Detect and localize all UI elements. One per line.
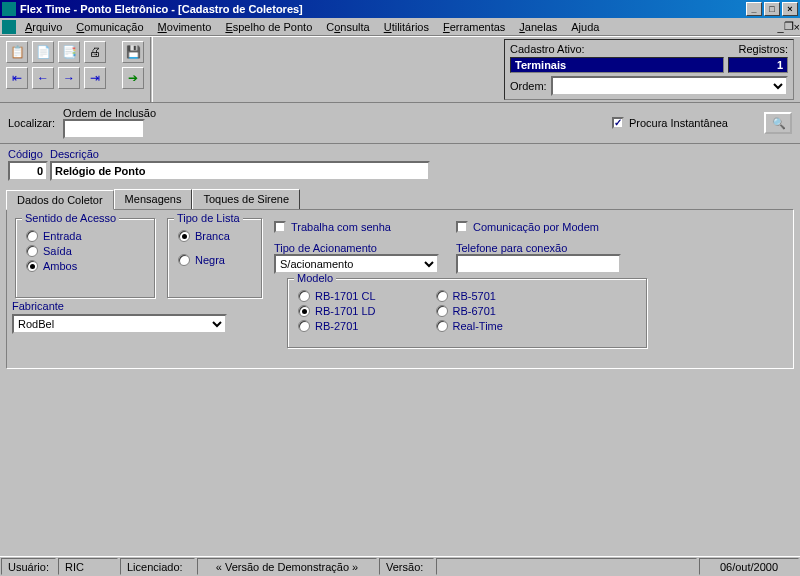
- registros-label: Registros:: [738, 43, 788, 55]
- mdi-restore-button[interactable]: ❐: [784, 20, 794, 33]
- codigo-row: Código Descrição: [0, 144, 800, 185]
- menubar: Arquivo Comunicação Movimento Espelho de…: [0, 18, 800, 36]
- procura-checkbox[interactable]: [612, 117, 624, 129]
- tab-dados-coletor[interactable]: Dados do Coletor: [6, 190, 114, 210]
- codigo-label: Código: [8, 148, 48, 160]
- fabricante-label: Fabricante: [12, 300, 227, 312]
- tipo-acionamento-label: Tipo de Acionamento: [274, 242, 444, 254]
- menu-arquivo[interactable]: Arquivo: [18, 19, 69, 35]
- status-licenciado-label: Licenciado:: [120, 558, 195, 575]
- check-modem[interactable]: Comunicação por Modem: [456, 221, 626, 233]
- tb-exit-icon[interactable]: ➔: [122, 67, 144, 89]
- app-icon: [2, 2, 16, 16]
- tb-last-icon[interactable]: ⇥: [84, 67, 106, 89]
- status-data: 06/out/2000: [699, 558, 799, 575]
- ordem-inclusao-label: Ordem de Inclusão: [63, 107, 156, 119]
- titlebar: Flex Time - Ponto Eletrônico - [Cadastro…: [0, 0, 800, 18]
- cadastro-ativo-label: Cadastro Ativo:: [510, 43, 585, 55]
- radio-ambos[interactable]: Ambos: [26, 260, 144, 272]
- search-row: Localizar: Ordem de Inclusão Procura Ins…: [0, 103, 800, 144]
- menu-consulta[interactable]: Consulta: [319, 19, 376, 35]
- localizar-input[interactable]: [63, 119, 145, 139]
- menu-utilitarios[interactable]: Utilitários: [377, 19, 436, 35]
- group-sentido: Sentido de Acesso Entrada Saída Ambos: [15, 218, 155, 298]
- descricao-label: Descrição: [50, 148, 430, 160]
- mdi-close-button[interactable]: ×: [794, 21, 800, 33]
- minimize-button[interactable]: _: [746, 2, 762, 16]
- status-usuario: RIC: [58, 558, 118, 575]
- cadastro-ativo-value: Terminais: [510, 57, 724, 73]
- tb-new-icon[interactable]: 📋: [6, 41, 28, 63]
- radio-branca[interactable]: Branca: [178, 230, 251, 242]
- telefone-input[interactable]: [456, 254, 621, 274]
- status-usuario-label: Usuário:: [1, 558, 56, 575]
- search-button[interactable]: 🔍: [764, 112, 792, 134]
- menu-janelas[interactable]: Janelas: [512, 19, 564, 35]
- descricao-input[interactable]: [50, 161, 430, 181]
- radio-rb6701[interactable]: RB-6701: [436, 305, 503, 317]
- menu-espelho[interactable]: Espelho de Ponto: [218, 19, 319, 35]
- registros-value: 1: [728, 57, 788, 73]
- ordem-label: Ordem:: [510, 80, 547, 92]
- tb-prev-icon[interactable]: ←: [32, 67, 54, 89]
- menu-movimento[interactable]: Movimento: [151, 19, 219, 35]
- group-tipo-lista: Tipo de Lista Branca Negra: [167, 218, 262, 298]
- tipo-lista-legend: Tipo de Lista: [174, 212, 243, 224]
- check-trabalha-senha[interactable]: Trabalha com senha: [274, 221, 444, 233]
- menu-comunicacao[interactable]: Comunicação: [69, 19, 150, 35]
- statusbar: Usuário: RIC Licenciado: « Versão de Dem…: [0, 556, 800, 576]
- radio-rb5701[interactable]: RB-5701: [436, 290, 503, 302]
- radio-realtime[interactable]: Real-Time: [436, 320, 503, 332]
- tabs: Dados do Coletor Mensagens Toques de Sir…: [0, 185, 800, 209]
- toolbar-left: 📋 📄 📑 🖨 💾 ⇤ ← → ⇥ ➔: [0, 37, 150, 102]
- fabricante-select[interactable]: RodBel: [12, 314, 227, 334]
- tb-next-icon[interactable]: →: [58, 67, 80, 89]
- localizar-label: Localizar:: [8, 117, 55, 129]
- modelo-legend: Modelo: [294, 272, 336, 284]
- menu-ferramentas[interactable]: Ferramentas: [436, 19, 512, 35]
- procura-instantanea-check[interactable]: Procura Instantânea: [612, 117, 728, 129]
- tb-edit-icon[interactable]: 📄: [32, 41, 54, 63]
- radio-rb1701cl[interactable]: RB-1701 CL: [298, 290, 376, 302]
- codigo-input[interactable]: [8, 161, 48, 181]
- tipo-acionamento-select[interactable]: S/acionamento: [274, 254, 439, 274]
- status-demo: « Versão de Demonstração »: [197, 558, 377, 575]
- menu-ajuda[interactable]: Ajuda: [564, 19, 606, 35]
- ordem-select[interactable]: [551, 76, 788, 96]
- sentido-legend: Sentido de Acesso: [22, 212, 119, 224]
- radio-rb2701[interactable]: RB-2701: [298, 320, 376, 332]
- tb-first-icon[interactable]: ⇤: [6, 67, 28, 89]
- tab-mensagens[interactable]: Mensagens: [114, 189, 193, 209]
- tb-print-icon[interactable]: 🖨: [84, 41, 106, 63]
- radio-negra[interactable]: Negra: [178, 254, 251, 266]
- window-title: Flex Time - Ponto Eletrônico - [Cadastro…: [20, 3, 303, 15]
- fabricante-section: Fabricante RodBel: [12, 300, 227, 334]
- maximize-button[interactable]: □: [764, 2, 780, 16]
- mdi-icon: [2, 20, 16, 34]
- toolbar-right: Cadastro Ativo: Registros: Terminais 1 O…: [153, 37, 800, 102]
- tab-toques-sirene[interactable]: Toques de Sirene: [192, 189, 300, 209]
- procura-label: Procura Instantânea: [629, 117, 728, 129]
- close-button[interactable]: ×: [782, 2, 798, 16]
- radio-entrada[interactable]: Entrada: [26, 230, 144, 242]
- radio-rb1701ld[interactable]: RB-1701 LD: [298, 305, 376, 317]
- radio-saida[interactable]: Saída: [26, 245, 144, 257]
- group-modelo: Modelo RB-1701 CL RB-1701 LD RB-2701 RB-…: [287, 278, 647, 348]
- tb-save-icon[interactable]: 💾: [122, 41, 144, 63]
- telefone-label: Telefone para conexão: [456, 242, 626, 254]
- status-versao-label: Versão:: [379, 558, 434, 575]
- tb-copy-icon[interactable]: 📑: [58, 41, 80, 63]
- toolbar-row: 📋 📄 📑 🖨 💾 ⇤ ← → ⇥ ➔ Cadastro Ativo: Regi…: [0, 36, 800, 103]
